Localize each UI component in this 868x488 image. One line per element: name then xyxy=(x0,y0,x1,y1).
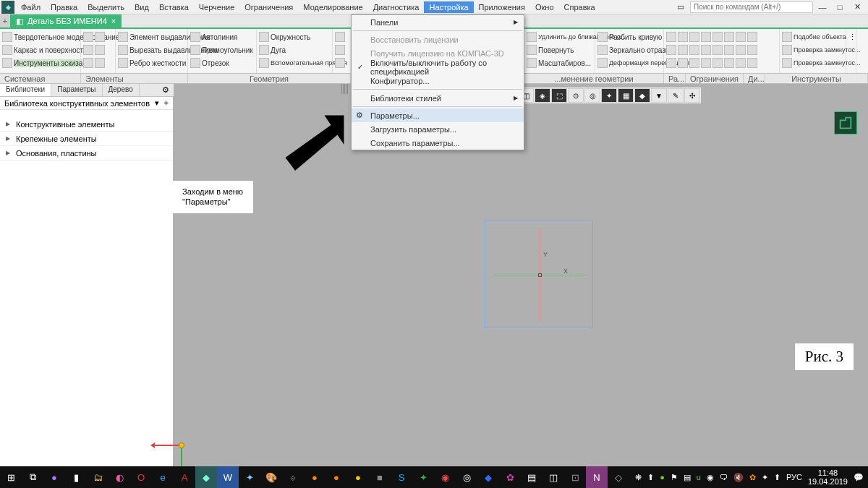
rb-mirror[interactable]: Зеркально отразить xyxy=(597,43,661,56)
tb-app[interactable]: ◐ xyxy=(109,466,130,488)
tray-icon[interactable]: ● xyxy=(660,473,665,481)
tool-icon[interactable] xyxy=(689,45,699,55)
menu-settings[interactable]: Настройка xyxy=(424,1,473,13)
tray-icon[interactable]: ✦ xyxy=(762,473,768,482)
tool-icon[interactable] xyxy=(712,32,723,42)
document-tab[interactable]: ◧ Деталь БЕЗ ИМЕНИ4 × xyxy=(10,14,122,27)
rb-autoline[interactable]: Автолиния xyxy=(190,30,254,43)
menu-edit[interactable]: Правка xyxy=(46,1,82,13)
layout-icon[interactable]: ▭ xyxy=(673,1,689,13)
tool-icon[interactable] xyxy=(666,45,676,55)
start-button[interactable]: ⊞ xyxy=(0,466,22,488)
tb-app[interactable]: ✿ xyxy=(499,466,521,488)
rb-fillet[interactable] xyxy=(335,43,348,56)
tool-icon[interactable] xyxy=(689,58,699,68)
tray-icon[interactable]: u xyxy=(697,473,701,481)
tree-item-bases[interactable]: ▶Основания, пластины xyxy=(0,146,173,160)
tb-app[interactable]: ◫ xyxy=(542,466,564,488)
menu-window[interactable]: Окно xyxy=(530,1,559,13)
tray-icon[interactable]: 🗨 xyxy=(720,473,728,481)
tool-icon[interactable] xyxy=(83,58,93,68)
tb-app[interactable]: ◉ xyxy=(434,466,456,488)
canvas-viewport[interactable]: ⟲ ◫ ◈ ⬚ ⊙ ◎ ✦ ▦ ◆ ▼ ✎ ✣ Y X xyxy=(174,97,868,466)
new-tab-button[interactable]: + xyxy=(0,14,10,27)
tb-word[interactable]: W xyxy=(217,466,239,488)
tool-icon[interactable] xyxy=(747,58,757,68)
tool-icon[interactable] xyxy=(95,58,105,68)
tray-icon[interactable]: ⚑ xyxy=(671,473,678,482)
tab-close-icon[interactable]: × xyxy=(111,17,116,25)
dm-save-params[interactable]: Сохранить параметры... xyxy=(352,136,524,150)
tool-icon[interactable] xyxy=(678,58,688,68)
tool-icon[interactable] xyxy=(95,32,105,42)
tool-icon[interactable] xyxy=(724,58,734,68)
vt-btn[interactable]: ⊙ xyxy=(568,88,584,103)
tool-icon[interactable] xyxy=(666,32,676,42)
side-gear-icon[interactable]: ⚙ xyxy=(158,84,174,96)
tool-icon[interactable] xyxy=(666,58,676,68)
tb-app[interactable]: ◇ xyxy=(608,466,629,488)
tb-clock[interactable]: 11:48 19.04.2019 xyxy=(808,468,848,486)
tool-icon[interactable] xyxy=(747,32,757,42)
vt-btn[interactable]: ✣ xyxy=(684,88,700,103)
rb-extend[interactable]: Удлинить до ближайшего о... xyxy=(527,30,592,43)
tb-kompas[interactable]: ◆ xyxy=(195,466,217,488)
rb-deform[interactable]: Деформация перемещением xyxy=(597,56,661,69)
tb-app[interactable]: ⊡ xyxy=(564,466,586,488)
tray-icon[interactable]: ◉ xyxy=(707,473,714,482)
rb-segment[interactable]: Отрезок xyxy=(190,56,254,69)
tool-icon[interactable] xyxy=(689,32,699,42)
tool-icon[interactable] xyxy=(736,58,746,68)
rb-extrude[interactable]: Элемент выдавливания xyxy=(118,30,185,43)
taskview-icon[interactable]: ⧉ xyxy=(22,466,43,488)
tool-icon[interactable] xyxy=(701,58,711,68)
tool-icon[interactable] xyxy=(701,45,711,55)
menu-constraints[interactable]: Ограничения xyxy=(239,1,298,13)
rb-rect[interactable]: Прямоугольник xyxy=(190,43,254,56)
menu-help[interactable]: Справка xyxy=(559,1,600,13)
dm-configurator[interactable]: Конфигуратор... xyxy=(352,74,524,87)
vt-btn[interactable]: ✎ xyxy=(668,88,684,103)
rb-solid-modeling[interactable]: Твердотельное моделирование xyxy=(2,30,78,43)
rf-elements[interactable]: Элементы xyxy=(81,74,188,83)
rb-rib[interactable]: Ребро жесткости xyxy=(118,56,185,69)
tray-icon[interactable]: ❋ xyxy=(635,473,642,482)
tree-item-construct[interactable]: ▶Конструктивные элементы xyxy=(0,117,173,132)
rb-check1[interactable]: Проверка замкнутос... xyxy=(782,43,843,56)
rf-diag[interactable]: Ди... xyxy=(744,74,765,83)
tool-icon[interactable] xyxy=(724,45,734,55)
menu-view[interactable]: Вид xyxy=(129,1,154,13)
tb-app[interactable]: ● xyxy=(326,466,347,488)
rb-arc[interactable]: Дуга xyxy=(259,43,330,56)
tb-app[interactable]: ● xyxy=(347,466,369,488)
rb-cut-extrude[interactable]: Вырезать выдавливанием xyxy=(118,43,185,56)
tray-icon[interactable]: ✿ xyxy=(749,473,756,482)
tool-icon[interactable] xyxy=(83,45,93,55)
tool-icon[interactable] xyxy=(83,32,93,42)
rb-circle[interactable]: Окружность xyxy=(259,30,330,43)
tb-notifications[interactable]: 💬 xyxy=(854,473,864,482)
tb-explorer[interactable]: 🗂 xyxy=(87,466,109,488)
tb-app[interactable]: ▤ xyxy=(521,466,542,488)
menu-select[interactable]: Выделить xyxy=(82,1,129,13)
side-tab-libs[interactable]: Библиотеки xyxy=(0,84,51,96)
tool-icon[interactable] xyxy=(747,45,757,55)
rf-geometry[interactable]: Геометрия xyxy=(188,74,351,83)
vt-btn[interactable]: ▦ xyxy=(618,88,634,103)
tree-item-fasteners[interactable]: ▶Крепежные элементы xyxy=(0,132,173,146)
tb-opera[interactable]: O xyxy=(130,466,152,488)
tray-icon[interactable]: 🔇 xyxy=(733,473,744,482)
menu-modeling[interactable]: Моделирование xyxy=(298,1,367,13)
tb-app[interactable]: ▮ xyxy=(65,466,87,488)
tray-icon[interactable]: ⬆ xyxy=(774,473,780,482)
tool-icon[interactable] xyxy=(736,32,746,42)
tb-app[interactable]: ✦ xyxy=(239,466,260,488)
drag-handle[interactable] xyxy=(341,84,349,94)
rb-check2[interactable]: Проверка замкнутос... xyxy=(782,56,843,69)
menu-diagnostics[interactable]: Диагностика xyxy=(368,1,425,13)
tool-icon[interactable] xyxy=(678,45,688,55)
rb-rotate[interactable]: Повернуть xyxy=(527,43,592,56)
dm-spec-toggle[interactable]: ✓Включить/выключить работу со спецификац… xyxy=(352,60,524,74)
tool-icon[interactable] xyxy=(712,58,723,68)
tray-icon[interactable]: ⬆ xyxy=(647,473,654,482)
